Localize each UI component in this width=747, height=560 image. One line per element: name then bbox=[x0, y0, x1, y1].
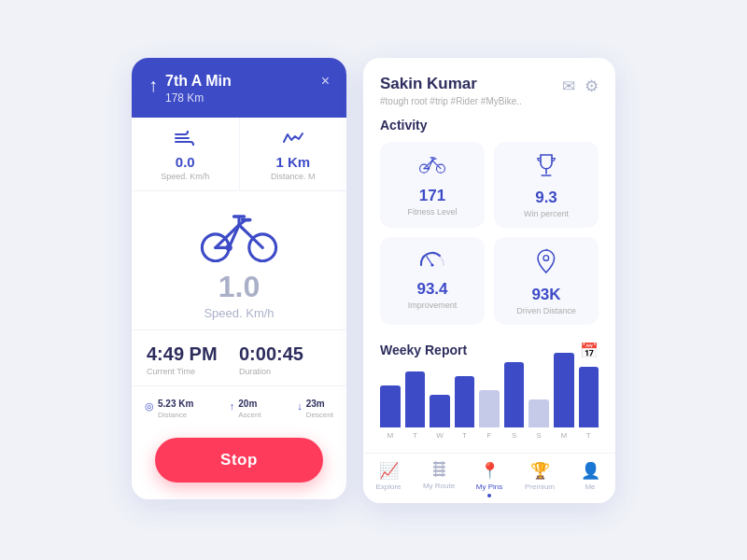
gauge-icon bbox=[389, 248, 475, 274]
nav-label: My Pins bbox=[464, 483, 514, 491]
driven-distance-label: Driven Distance bbox=[503, 306, 589, 315]
user-name: Sakin Kumar bbox=[380, 75, 522, 93]
svg-point-21 bbox=[428, 167, 430, 169]
bike-section: 1.0 Speed. Km/h bbox=[132, 191, 346, 329]
fitness-value: 171 bbox=[389, 187, 475, 205]
route-distance: 178 Km bbox=[165, 91, 232, 105]
mail-icon[interactable]: ✉ bbox=[562, 77, 575, 96]
nav-icon: 📍 bbox=[464, 461, 514, 481]
activity-grid: 171 Fitness Level 9.3 Win percent bbox=[363, 142, 615, 338]
trophy-icon bbox=[503, 153, 589, 183]
win-percent-value: 9.3 bbox=[503, 189, 589, 207]
time-row: 4:49 PM Current Time 0:00:45 Duration bbox=[132, 329, 346, 385]
distance-value: 1 Km bbox=[251, 154, 336, 170]
main-speed-value: 1.0 bbox=[132, 270, 346, 304]
activity-fitness-card: 171 Fitness Level bbox=[380, 142, 485, 228]
distance-stat-cell: 1 Km Distance. M bbox=[240, 118, 347, 190]
bar-day-label: S bbox=[512, 431, 516, 440]
bottom-distance-value: 5.23 Km bbox=[158, 399, 193, 409]
nav-icon: 📈 bbox=[363, 461, 414, 481]
main-speed-label: Speed. Km/h bbox=[132, 306, 346, 320]
chart-bar bbox=[529, 399, 549, 427]
bottom-stat-distance: ◎ 5.23 Km Distance bbox=[145, 394, 193, 419]
win-percent-label: Win percent bbox=[503, 209, 589, 218]
bar-day-label: T bbox=[413, 431, 417, 440]
header-icons: ✉ ⚙ bbox=[562, 77, 599, 96]
route-title: 7th A Min bbox=[165, 73, 232, 90]
duration-cell: 0:00:45 Duration bbox=[239, 343, 331, 376]
nav-item-premium[interactable]: 🏆Premium bbox=[514, 461, 565, 497]
pin-icon bbox=[503, 248, 589, 280]
weekly-title: Weeky Report bbox=[380, 343, 467, 357]
descent-icon: ↓ bbox=[297, 400, 303, 412]
activity-icon bbox=[251, 131, 336, 150]
svg-line-24 bbox=[427, 256, 432, 264]
nav-label: Me bbox=[565, 483, 615, 491]
duration-value: 0:00:45 bbox=[239, 343, 331, 365]
activity-improvement-card: 93.4 Improvement bbox=[380, 237, 485, 325]
bottom-stat-descent: ↓ 23m Descent bbox=[297, 394, 333, 419]
bar-column: T bbox=[579, 367, 599, 440]
svg-point-26 bbox=[543, 255, 549, 260]
bar-day-label: S bbox=[536, 431, 541, 440]
current-time-label: Current Time bbox=[147, 367, 239, 376]
duration-label: Duration bbox=[239, 367, 331, 376]
activity-distance-card: 93K Driven Distance bbox=[494, 237, 599, 325]
nav-item-my-pins[interactable]: 📍My Pins bbox=[464, 461, 514, 497]
header-left: ↑ 7th A Min 178 Km bbox=[148, 73, 232, 105]
activity-win-card: 9.3 Win percent bbox=[494, 142, 599, 228]
svg-point-10 bbox=[226, 244, 233, 250]
bike-activity-icon bbox=[389, 153, 475, 181]
speed-value: 0.0 bbox=[143, 154, 228, 170]
bar-column: S bbox=[529, 399, 549, 440]
bike-icon bbox=[197, 208, 281, 264]
bottom-stats-row: ◎ 5.23 Km Distance ↑ 20m Ascent ↓ 23m De… bbox=[132, 385, 346, 428]
user-bio: #tough root #trip #Rider #MyBike.. bbox=[380, 96, 522, 106]
right-header: Sakin Kumar #tough root #trip #Rider #My… bbox=[363, 58, 615, 114]
bottom-ascent-value: 20m bbox=[238, 399, 257, 409]
nav-item-explore[interactable]: 📈Explore bbox=[363, 461, 414, 497]
weekly-chart: MTWTFSSMT bbox=[380, 369, 599, 443]
right-panel: Sakin Kumar #tough root #trip #Rider #My… bbox=[363, 58, 615, 503]
settings-icon[interactable]: ⚙ bbox=[585, 77, 599, 96]
stop-button[interactable]: Stop bbox=[155, 438, 323, 483]
stats-row: 0.0 Speed. Km/h 1 Km Distance. M bbox=[132, 118, 346, 191]
activity-section-title: Activity bbox=[363, 114, 615, 142]
calendar-icon[interactable]: 📅 bbox=[580, 342, 599, 359]
left-header: ↑ 7th A Min 178 Km × bbox=[132, 58, 346, 118]
improvement-label: Improvement bbox=[389, 301, 475, 310]
bottom-stat-ascent: ↑ 20m Ascent bbox=[230, 394, 261, 419]
fitness-label: Fitness Level bbox=[389, 207, 475, 217]
nav-item-me[interactable]: 👤Me bbox=[565, 461, 615, 497]
speed-stat-cell: 0.0 Speed. Km/h bbox=[132, 118, 240, 190]
nav-active-dot bbox=[487, 494, 491, 497]
bar-column: T bbox=[405, 371, 426, 440]
nav-icon: 🛤 bbox=[414, 461, 464, 480]
arrow-up-icon: ↑ bbox=[148, 75, 158, 96]
svg-point-25 bbox=[430, 263, 433, 266]
bottom-descent-value: 23m bbox=[306, 399, 325, 409]
chart-bar bbox=[405, 371, 426, 427]
chart-bar bbox=[554, 353, 574, 427]
speed-label-small: Speed. Km/h bbox=[143, 172, 228, 181]
distance-icon: ◎ bbox=[145, 400, 154, 413]
nav-icon: 👤 bbox=[565, 461, 615, 481]
ascent-icon: ↑ bbox=[230, 400, 235, 412]
bar-day-label: W bbox=[436, 431, 444, 440]
bar-column: M bbox=[380, 385, 401, 440]
nav-item-my-route[interactable]: 🛤My Route bbox=[414, 461, 464, 497]
bar-day-label: T bbox=[586, 431, 591, 440]
distance-label-small: Distance. M bbox=[251, 172, 336, 181]
bar-day-label: T bbox=[462, 431, 467, 440]
bottom-ascent-label: Ascent bbox=[238, 411, 261, 419]
nav-label: Explore bbox=[363, 483, 414, 491]
current-time-value: 4:49 PM bbox=[147, 343, 239, 365]
bar-column: M bbox=[554, 353, 574, 440]
left-panel: ↑ 7th A Min 178 Km × 0.0 Speed. Km/h bbox=[132, 58, 346, 499]
bar-day-label: F bbox=[487, 431, 492, 440]
bottom-nav: 📈Explore🛤My Route📍My Pins🏆Premium👤Me bbox=[363, 453, 615, 503]
chart-bar bbox=[579, 367, 599, 427]
close-icon[interactable]: × bbox=[321, 73, 330, 90]
chart-bar bbox=[380, 385, 401, 427]
chart-bar bbox=[504, 362, 525, 427]
